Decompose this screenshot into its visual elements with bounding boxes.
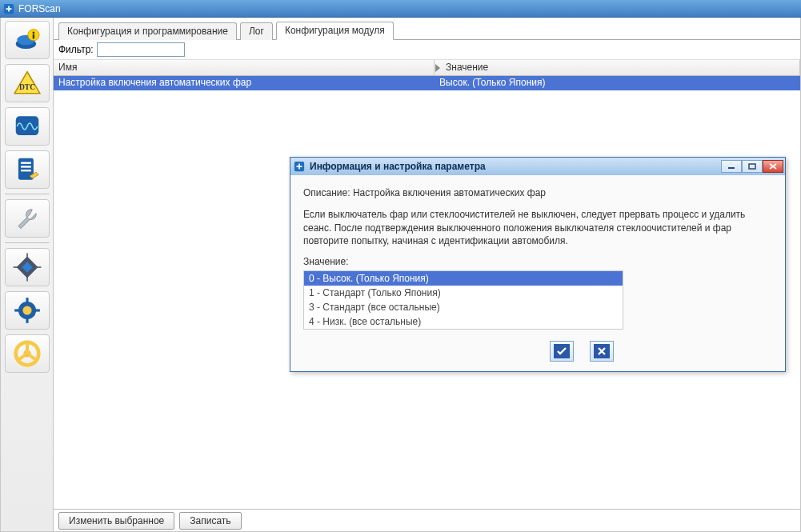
svg-text:DTC: DTC — [18, 83, 34, 91]
dialog-cancel-button[interactable] — [590, 341, 614, 362]
svg-rect-31 — [749, 164, 755, 169]
dialog-window-controls — [721, 160, 785, 173]
window-title-bar: FORScan — [0, 0, 801, 18]
sidebar-btn-dtc[interactable]: DTC — [5, 64, 50, 102]
dialog-description: Описание: Настройка включения автоматиче… — [303, 186, 772, 200]
edit-selected-label: Изменить выбранное — [69, 515, 164, 526]
description-text: Настройка включения автоматических фар — [353, 187, 546, 198]
cell-value: Высок. (Только Япония) — [435, 76, 800, 90]
edit-selected-button[interactable]: Изменить выбранное — [58, 512, 174, 530]
filter-row: Фильтр: — [54, 40, 800, 60]
window-title: FORScan — [18, 3, 61, 14]
tab-config-programming[interactable]: Конфигурация и программирование — [58, 22, 237, 40]
sidebar-btn-steering[interactable]: ? — [5, 334, 50, 373]
value-option[interactable]: 4 - Низк. (все остальные) — [304, 314, 623, 329]
svg-rect-5 — [32, 34, 34, 39]
sidebar-btn-wrench[interactable] — [5, 199, 50, 238]
value-option-label: 0 - Высок. (Только Япония) — [309, 273, 429, 284]
dialog-title: Информация и настройка параметра — [310, 161, 486, 172]
sidebar-separator — [5, 194, 50, 194]
value-option[interactable]: 1 - Стандарт (Только Япония) — [304, 286, 623, 300]
svg-rect-30 — [728, 167, 735, 169]
sidebar-btn-checklist[interactable] — [5, 150, 50, 189]
svg-rect-4 — [32, 32, 34, 34]
description-label: Описание: — [303, 187, 350, 198]
tab-label: Конфигурация модуля — [285, 25, 385, 36]
dialog-close-button[interactable] — [763, 160, 783, 173]
bottom-bar: Изменить выбранное Записать — [54, 509, 800, 531]
svg-rect-22 — [26, 318, 28, 323]
svg-marker-28 — [435, 64, 440, 72]
svg-rect-10 — [21, 162, 31, 164]
write-label: Записать — [190, 515, 230, 526]
dialog-maximize-button[interactable] — [742, 160, 763, 173]
svg-rect-12 — [21, 170, 31, 171]
column-name[interactable]: Имя — [54, 60, 435, 75]
tab-label: Лог — [249, 26, 264, 37]
dialog-ok-button[interactable] — [550, 341, 574, 362]
svg-point-20 — [22, 306, 31, 314]
dialog-minimize-button[interactable] — [721, 160, 742, 173]
tab-log[interactable]: Лог — [240, 22, 273, 40]
sidebar-btn-gear[interactable] — [5, 291, 50, 330]
cell-name: Настройка включения автоматических фар — [54, 76, 435, 90]
filter-label: Фильтр: — [58, 44, 94, 55]
write-button[interactable]: Записать — [179, 512, 241, 530]
dialog-title-bar[interactable]: Информация и настройка параметра — [290, 158, 785, 175]
column-value[interactable]: Значение — [441, 60, 800, 75]
sidebar-btn-chip[interactable] — [5, 248, 50, 286]
svg-rect-24 — [34, 309, 39, 311]
svg-rect-23 — [14, 309, 19, 311]
table-row[interactable]: Настройка включения автоматических фар В… — [54, 76, 800, 90]
value-option-label: 4 - Низк. (все остальные) — [309, 316, 421, 327]
sidebar-separator-2 — [5, 242, 50, 243]
dialog-icon — [294, 161, 305, 172]
svg-rect-11 — [21, 166, 31, 167]
value-option[interactable]: 3 - Стандарт (все остальные) — [304, 300, 623, 314]
value-option[interactable]: 0 - Высок. (Только Япония) — [304, 271, 623, 286]
value-option-label: 3 - Стандарт (все остальные) — [309, 302, 440, 313]
table-header: Имя Значение — [54, 60, 800, 76]
sidebar: DTC ? — [1, 18, 54, 531]
app-icon — [3, 3, 14, 14]
value-list[interactable]: 0 - Высок. (Только Япония) 1 - Стандарт … — [303, 270, 623, 330]
dialog-body: Описание: Настройка включения автоматиче… — [290, 175, 785, 371]
tab-module-config[interactable]: Конфигурация модуля — [276, 22, 394, 40]
column-name-label: Имя — [58, 62, 77, 73]
column-value-label: Значение — [446, 62, 488, 73]
parameter-dialog: Информация и настройка параметра Описани… — [290, 157, 786, 372]
column-resize-handle[interactable] — [435, 60, 441, 75]
close-icon — [594, 344, 610, 358]
tabs-bar: Конфигурация и программирование Лог Конф… — [54, 18, 800, 40]
value-option-label: 1 - Стандарт (Только Япония) — [309, 287, 441, 298]
check-icon — [554, 344, 570, 358]
dialog-actions — [438, 341, 758, 362]
filter-input[interactable] — [97, 42, 185, 57]
sidebar-btn-oscilloscope[interactable] — [5, 107, 50, 146]
sidebar-btn-vehicle-info[interactable] — [5, 21, 50, 59]
svg-rect-21 — [26, 298, 28, 302]
dialog-body-text: Если выключатель фар или стеклоочистител… — [303, 208, 772, 248]
tab-label: Конфигурация и программирование — [67, 26, 228, 37]
value-label: Значение: — [303, 256, 772, 267]
